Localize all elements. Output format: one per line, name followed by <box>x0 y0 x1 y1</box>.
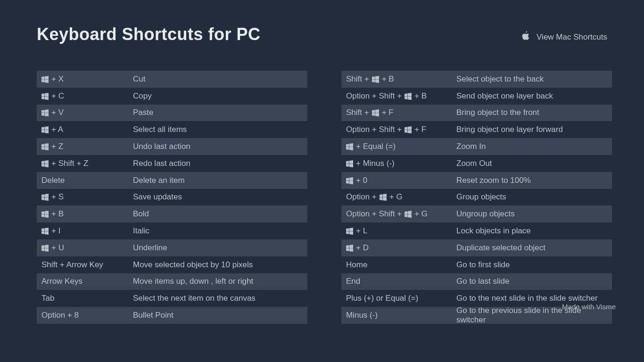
shortcut-column-left: + XCut + CCopy + VPaste + ASelect all it… <box>37 71 307 324</box>
shortcut-keys: Plus (+) or Equal (=) <box>341 294 454 303</box>
shortcut-row: + CCopy <box>37 88 307 105</box>
shortcut-description: Save updates <box>131 192 307 202</box>
shortcut-row: Option + Shift + + GUngroup objects <box>341 206 612 222</box>
windows-key-icon <box>41 210 49 218</box>
key-text: + B <box>51 209 64 219</box>
windows-key-icon <box>346 244 353 252</box>
shortcut-row: TabSelect the next item on the canvas <box>37 290 307 307</box>
shortcut-row: + Shift + ZRedo last action <box>37 155 307 172</box>
key-text: + L <box>356 226 367 236</box>
shortcut-description: Group objects <box>454 192 612 202</box>
shortcut-keys: Option + Shift + + F <box>341 125 454 134</box>
key-text: Option + Shift + <box>346 91 402 101</box>
key-text: + F <box>382 108 394 117</box>
shortcut-description: Bring object to the front <box>454 108 612 117</box>
windows-key-icon <box>405 126 412 133</box>
windows-key-icon <box>41 92 49 100</box>
key-text: + I <box>51 226 60 236</box>
shortcut-description: Paste <box>131 108 307 117</box>
shortcut-row: + ZUndo last action <box>37 138 307 155</box>
shortcut-row: Option + + GGroup objects <box>341 189 612 206</box>
key-text: Shift + <box>346 108 369 117</box>
shortcut-keys: Option + + G <box>341 192 454 202</box>
shortcut-description: Select all items <box>131 125 307 134</box>
key-text: Option + Shift + <box>346 125 402 134</box>
shortcut-row: DeleteDelete an item <box>37 172 307 189</box>
windows-key-icon <box>41 244 49 252</box>
shortcut-row: Option + Shift + + FBring object one lay… <box>341 121 612 138</box>
shortcut-keys: Shift + Arrow Key <box>37 260 131 270</box>
shortcut-keys: + B <box>37 209 131 219</box>
shortcut-row: Option + Shift + + BSend object one laye… <box>341 88 612 105</box>
shortcut-keys: + Z <box>37 142 131 151</box>
shortcut-row: + BBold <box>37 206 307 222</box>
shortcut-keys: + Shift + Z <box>37 159 131 168</box>
shortcut-description: Send object one layer back <box>454 91 612 101</box>
windows-key-icon <box>346 227 353 235</box>
key-text: + G <box>414 209 428 219</box>
shortcut-keys: Tab <box>37 294 131 303</box>
shortcut-column-right: Shift + + BSelect object to the backOpti… <box>341 71 612 324</box>
shortcut-row: Shift + + BSelect object to the back <box>341 71 612 88</box>
shortcut-keys: + C <box>37 91 131 101</box>
shortcut-description: Copy <box>131 91 307 101</box>
key-text: + A <box>51 125 63 134</box>
footer-attribution: Made with Visme <box>562 303 616 311</box>
page-title: Keyboard Shortcuts for PC <box>37 25 261 44</box>
shortcut-description: Lock objects in place <box>454 226 612 236</box>
shortcut-keys: + X <box>37 74 131 84</box>
shortcut-description: Cut <box>131 74 307 84</box>
key-text: + Equal (=) <box>356 142 396 151</box>
key-text: Option + <box>346 192 377 202</box>
shortcut-description: Redo last action <box>131 159 307 168</box>
key-text: Arrow Keys <box>41 277 83 286</box>
windows-key-icon <box>346 177 353 184</box>
key-text: + S <box>51 192 64 202</box>
shortcut-row: + Minus (-)Zoom Out <box>341 155 612 172</box>
shortcut-keys: Minus (-) <box>341 311 454 320</box>
windows-key-icon <box>41 193 49 201</box>
shortcut-keys: + I <box>37 226 131 236</box>
shortcut-row: Arrow KeysMove items up, down , left or … <box>37 273 307 290</box>
shortcut-row: Shift + + FBring object to the front <box>341 105 612 122</box>
shortcut-row: + XCut <box>37 71 307 88</box>
key-text: + U <box>51 243 64 253</box>
shortcut-row: Option + 8Bullet Point <box>37 307 307 324</box>
key-text: + X <box>51 74 64 84</box>
windows-key-icon <box>41 143 49 150</box>
shortcut-keys: + L <box>341 226 454 236</box>
key-text: + D <box>356 243 369 253</box>
shortcut-description: Select the next item on the canvas <box>131 294 307 303</box>
shortcut-row: + Equal (=)Zoom In <box>341 138 612 155</box>
shortcut-keys: Option + 8 <box>37 311 131 320</box>
key-text: Delete <box>41 176 65 185</box>
shortcut-keys: + A <box>37 125 131 134</box>
view-mac-shortcuts-label: View Mac Shortcuts <box>537 33 607 42</box>
key-text: + Z <box>51 142 63 151</box>
key-text: Plus (+) or Equal (=) <box>346 294 418 303</box>
view-mac-shortcuts-link[interactable]: View Mac Shortcuts <box>521 31 607 43</box>
key-text: End <box>346 277 360 286</box>
shortcut-description: Zoom In <box>454 142 612 151</box>
shortcut-keys: Home <box>341 260 454 270</box>
key-text: + B <box>382 74 394 84</box>
shortcut-keys: + Equal (=) <box>341 142 454 151</box>
shortcut-keys: + Minus (-) <box>341 159 454 168</box>
shortcut-row: HomeGo to first slide <box>341 256 612 273</box>
shortcut-description: Ungroup objects <box>454 209 612 219</box>
key-text: + B <box>414 91 427 101</box>
shortcut-description: Zoom Out <box>454 159 612 168</box>
shortcut-description: Go to last slide <box>454 277 612 286</box>
shortcut-keys: + S <box>37 192 131 202</box>
shortcut-description: Underline <box>131 243 307 253</box>
shortcut-row: Shift + Arrow KeyMove selected object by… <box>37 256 307 273</box>
shortcut-row: + 0Reset zoom to 100% <box>341 172 612 189</box>
shortcut-row: + DDuplicate selected object <box>341 239 612 256</box>
shortcut-description: Duplicate selected object <box>454 243 612 253</box>
windows-key-icon <box>372 109 379 116</box>
key-text: + Shift + Z <box>51 159 88 168</box>
key-text: Option + 8 <box>41 311 79 320</box>
key-text: + G <box>389 192 403 202</box>
shortcut-row: + UUnderline <box>37 239 307 256</box>
shortcut-keys: + 0 <box>341 176 454 185</box>
